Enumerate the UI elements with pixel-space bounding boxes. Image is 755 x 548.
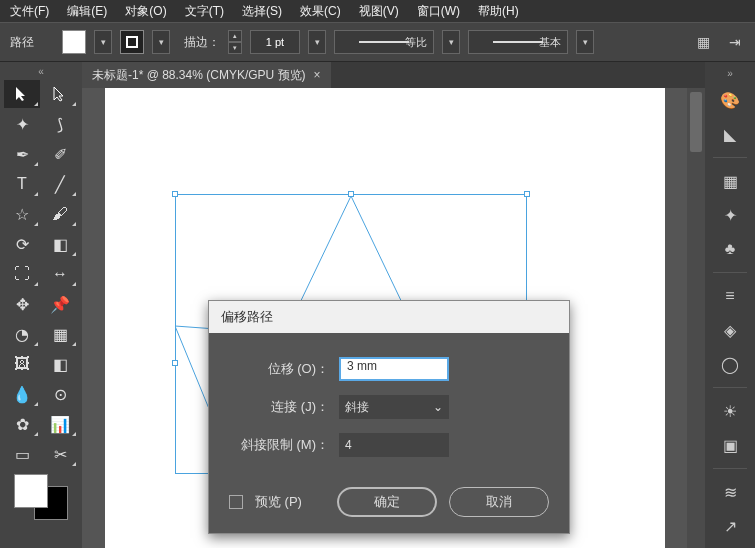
shapebuilder-tool[interactable]: ◔: [4, 320, 40, 348]
color-swatches[interactable]: [14, 474, 68, 520]
menu-type[interactable]: 文字(T): [185, 3, 224, 20]
menu-file[interactable]: 文件(F): [10, 3, 49, 20]
rpanel-collapse[interactable]: »: [727, 68, 733, 80]
swatch-panel-icon[interactable]: ▦: [713, 167, 747, 195]
grid-icon[interactable]: ▦: [693, 32, 713, 52]
transparency-panel-icon[interactable]: ◯: [713, 350, 747, 378]
eyedropper-tool[interactable]: 💧: [4, 380, 40, 408]
stroke-dropdown[interactable]: ▾: [152, 30, 170, 54]
artboard-tool[interactable]: ▭: [4, 440, 40, 468]
lasso-tool[interactable]: ⟆: [42, 110, 78, 138]
offset-label: 位移 (O)：: [229, 360, 329, 378]
scale-tool[interactable]: ⛶: [4, 260, 40, 288]
dialog-title: 偏移路径: [209, 301, 569, 333]
gradient-tool[interactable]: ◧: [42, 350, 78, 378]
path-label: 路径: [10, 34, 34, 51]
graph-tool[interactable]: 📊: [42, 410, 78, 438]
stroke-stepper[interactable]: ▴▾: [228, 30, 242, 54]
cancel-button[interactable]: 取消: [449, 487, 549, 517]
width-profile[interactable]: 等比: [334, 30, 434, 54]
fill-swatch[interactable]: [62, 30, 86, 54]
rotate-tool[interactable]: ⟳: [4, 230, 40, 258]
width-tool[interactable]: ↔: [42, 260, 78, 288]
join-select[interactable]: 斜接⌄: [339, 395, 449, 419]
eraser-tool[interactable]: ◧: [42, 230, 78, 258]
tab-title: 未标题-1* @ 88.34% (CMYK/GPU 预览): [92, 67, 306, 84]
export-panel-icon[interactable]: ↗: [713, 512, 747, 540]
offset-path-dialog: 偏移路径 位移 (O)： 3 mm 连接 (J)： 斜接⌄ 斜接限制 (M)： …: [208, 300, 570, 534]
preview-label: 预览 (P): [255, 493, 302, 511]
stroke-panel-icon[interactable]: ≡: [713, 282, 747, 310]
transform-panel-icon[interactable]: ◈: [713, 316, 747, 344]
brush-def[interactable]: 基本: [468, 30, 568, 54]
selection-tool[interactable]: [4, 80, 40, 108]
chevron-down-icon: ⌄: [433, 400, 443, 414]
stroke-weight-dd[interactable]: ▾: [308, 30, 326, 54]
ok-button[interactable]: 确定: [337, 487, 437, 517]
free-transform-tool[interactable]: ✥: [4, 290, 40, 318]
color-panel-icon[interactable]: 🎨: [713, 86, 747, 114]
limit-label: 斜接限制 (M)：: [229, 436, 329, 454]
scrollbar-thumb[interactable]: [690, 92, 702, 152]
preview-checkbox[interactable]: [229, 495, 243, 509]
stroke-swatch[interactable]: [120, 30, 144, 54]
image-tool[interactable]: 🖼: [4, 350, 40, 378]
tab-close-icon[interactable]: ×: [314, 68, 321, 82]
pen-tool[interactable]: ✒: [4, 140, 40, 168]
vertical-scrollbar[interactable]: [687, 88, 705, 548]
tools-collapse[interactable]: «: [38, 66, 44, 80]
graphic-styles-icon[interactable]: ▣: [713, 431, 747, 459]
gradient-panel-icon[interactable]: ◣: [713, 120, 747, 148]
puppet-tool[interactable]: 📌: [42, 290, 78, 318]
profile-dd[interactable]: ▾: [442, 30, 460, 54]
layers-panel-icon[interactable]: ≋: [713, 478, 747, 506]
line-tool[interactable]: ╱: [42, 170, 78, 198]
menu-object[interactable]: 对象(O): [125, 3, 166, 20]
menu-effect[interactable]: 效果(C): [300, 3, 341, 20]
brush-dd[interactable]: ▾: [576, 30, 594, 54]
direct-select-tool[interactable]: [42, 80, 78, 108]
wand-tool[interactable]: ✦: [4, 110, 40, 138]
align-icon[interactable]: ⇥: [725, 32, 745, 52]
brushes-panel-icon[interactable]: ✦: [713, 201, 747, 229]
fill-dropdown[interactable]: ▾: [94, 30, 112, 54]
menu-select[interactable]: 选择(S): [242, 3, 282, 20]
offset-input[interactable]: 3 mm: [339, 357, 449, 381]
fill-color[interactable]: [14, 474, 48, 508]
stroke-label: 描边：: [184, 34, 220, 51]
miter-limit-input[interactable]: 4: [339, 433, 449, 457]
perspective-tool[interactable]: ▦: [42, 320, 78, 348]
document-tab[interactable]: 未标题-1* @ 88.34% (CMYK/GPU 预览) ×: [82, 62, 331, 88]
symbols-panel-icon[interactable]: ♣: [713, 235, 747, 263]
appearance-panel-icon[interactable]: ☀: [713, 397, 747, 425]
menu-help[interactable]: 帮助(H): [478, 3, 519, 20]
symbol-tool[interactable]: ✿: [4, 410, 40, 438]
menu-view[interactable]: 视图(V): [359, 3, 399, 20]
brush-tool[interactable]: 🖌: [42, 200, 78, 228]
star-tool[interactable]: ☆: [4, 200, 40, 228]
join-label: 连接 (J)：: [229, 398, 329, 416]
type-tool[interactable]: T: [4, 170, 40, 198]
curvature-tool[interactable]: ✐: [42, 140, 78, 168]
menu-window[interactable]: 窗口(W): [417, 3, 460, 20]
blend-tool[interactable]: ⊙: [42, 380, 78, 408]
menu-edit[interactable]: 编辑(E): [67, 3, 107, 20]
stroke-weight[interactable]: 1 pt: [250, 30, 300, 54]
slice-tool[interactable]: ✂: [42, 440, 78, 468]
